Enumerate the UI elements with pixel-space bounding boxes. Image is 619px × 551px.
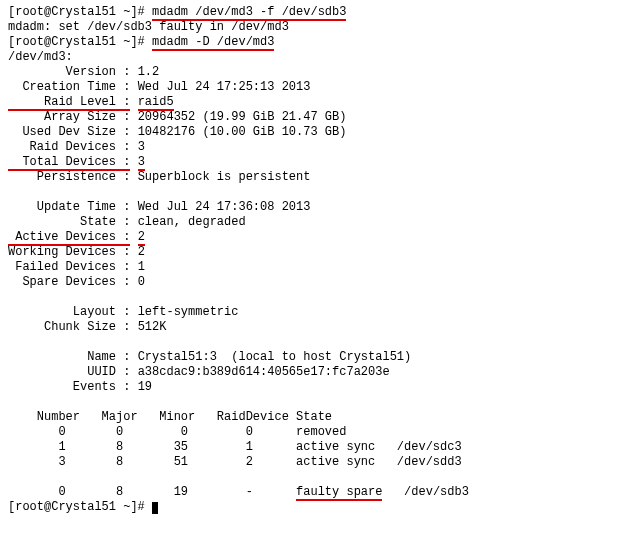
output-faulty: mdadm: set /dev/sdb3 faulty in /dev/md3 xyxy=(8,20,611,35)
prompt-1: [root@Crystal51 ~]# xyxy=(8,5,152,19)
active-devices-label: Active Devices : xyxy=(8,230,130,246)
total-devices-value: 3 xyxy=(138,155,145,171)
kv-update-time: Update Time : Wed Jul 24 17:36:08 2013 xyxy=(8,200,611,215)
cmd-1-text: mdadm /dev/md3 -f /dev/sdb3 xyxy=(152,5,346,21)
kv-total-devices: Total Devices : 3 xyxy=(8,155,611,170)
table-row-faulty: 0 8 19 - faulty spare /dev/sdb3 xyxy=(8,485,611,500)
table-row: 1 8 35 1 active sync /dev/sdc3 xyxy=(8,440,611,455)
kv-raid-level: Raid Level : raid5 xyxy=(8,95,611,110)
kv-events: Events : 19 xyxy=(8,380,611,395)
kv-creation-time: Creation Time : Wed Jul 24 17:25:13 2013 xyxy=(8,80,611,95)
kv-array-size: Array Size : 20964352 (19.99 GiB 21.47 G… xyxy=(8,110,611,125)
faulty-spare-state: faulty spare xyxy=(296,485,382,501)
table-row: 0 0 0 0 removed xyxy=(8,425,611,440)
kv-layout: Layout : left-symmetric xyxy=(8,305,611,320)
prompt-3: [root@Crystal51 ~]# xyxy=(8,500,152,514)
kv-chunk-size: Chunk Size : 512K xyxy=(8,320,611,335)
kv-raid-devices: Raid Devices : 3 xyxy=(8,140,611,155)
kv-persistence: Persistence : Superblock is persistent xyxy=(8,170,611,185)
kv-working-devices: Working Devices : 2 xyxy=(8,245,611,260)
kv-failed-devices: Failed Devices : 1 xyxy=(8,260,611,275)
kv-used-dev-size: Used Dev Size : 10482176 (10.00 GiB 10.7… xyxy=(8,125,611,140)
cursor xyxy=(152,502,158,514)
cmd-2-text: mdadm -D /dev/md3 xyxy=(152,35,274,51)
raid-level-value: raid5 xyxy=(138,95,174,111)
prompt-2: [root@Crystal51 ~]# xyxy=(8,35,152,49)
table-header: Number Major Minor RaidDevice State xyxy=(8,410,611,425)
kv-state: State : clean, degraded xyxy=(8,215,611,230)
kv-name: Name : Crystal51:3 (local to host Crysta… xyxy=(8,350,611,365)
kv-version: Version : 1.2 xyxy=(8,65,611,80)
kv-uuid: UUID : a38cdac9:b389d614:40565e17:fc7a20… xyxy=(8,365,611,380)
table-row: 3 8 51 2 active sync /dev/sdd3 xyxy=(8,455,611,470)
active-devices-value: 2 xyxy=(138,230,145,246)
kv-spare-devices: Spare Devices : 0 xyxy=(8,275,611,290)
dev-line: /dev/md3: xyxy=(8,50,611,65)
cmd-line-3[interactable]: [root@Crystal51 ~]# xyxy=(8,500,611,515)
raid-level-label: Raid Level : xyxy=(8,95,130,111)
cmd-line-1: [root@Crystal51 ~]# mdadm /dev/md3 -f /d… xyxy=(8,5,611,20)
cmd-line-2: [root@Crystal51 ~]# mdadm -D /dev/md3 xyxy=(8,35,611,50)
kv-active-devices: Active Devices : 2 xyxy=(8,230,611,245)
total-devices-label: Total Devices : xyxy=(8,155,130,171)
